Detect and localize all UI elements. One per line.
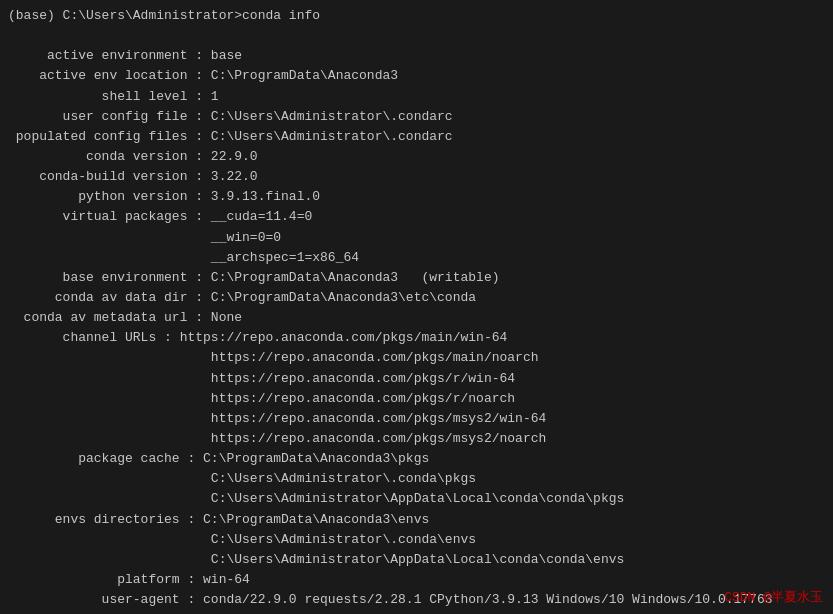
terminal-window: (base) C:\Users\Administrator>conda info… xyxy=(0,0,833,614)
terminal-line: package cache : C:\ProgramData\Anaconda3… xyxy=(8,449,825,469)
terminal-line: C:\Users\Administrator\AppData\Local\con… xyxy=(8,550,825,570)
terminal-line: platform : win-64 xyxy=(8,570,825,590)
terminal-line: conda av data dir : C:\ProgramData\Anaco… xyxy=(8,288,825,308)
terminal-line: populated config files : C:\Users\Admini… xyxy=(8,127,825,147)
terminal-line: https://repo.anaconda.com/pkgs/r/win-64 xyxy=(8,369,825,389)
terminal-line: shell level : 1 xyxy=(8,87,825,107)
terminal-line: __win=0=0 xyxy=(8,228,825,248)
terminal-line xyxy=(8,26,825,46)
terminal-line: user-agent : conda/22.9.0 requests/2.28.… xyxy=(8,590,825,610)
terminal-line: https://repo.anaconda.com/pkgs/r/noarch xyxy=(8,389,825,409)
terminal-line: base environment : C:\ProgramData\Anacon… xyxy=(8,268,825,288)
terminal-line: https://repo.anaconda.com/pkgs/main/noar… xyxy=(8,348,825,368)
terminal-line: active environment : base xyxy=(8,46,825,66)
terminal-line: C:\Users\Administrator\AppData\Local\con… xyxy=(8,489,825,509)
terminal-line: https://repo.anaconda.com/pkgs/msys2/win… xyxy=(8,409,825,429)
watermark: CSDN @半夏水玉 xyxy=(724,588,823,606)
terminal-line: channel URLs : https://repo.anaconda.com… xyxy=(8,328,825,348)
terminal-line: C:\Users\Administrator\.conda\pkgs xyxy=(8,469,825,489)
terminal-line: virtual packages : __cuda=11.4=0 xyxy=(8,207,825,227)
terminal-line: conda-build version : 3.22.0 xyxy=(8,167,825,187)
terminal-line: C:\Users\Administrator\.conda\envs xyxy=(8,530,825,550)
terminal-line: envs directories : C:\ProgramData\Anacon… xyxy=(8,510,825,530)
terminal-line: administrator : True xyxy=(8,610,825,614)
terminal-line: active env location : C:\ProgramData\Ana… xyxy=(8,66,825,86)
terminal-line: user config file : C:\Users\Administrato… xyxy=(8,107,825,127)
terminal-line: python version : 3.9.13.final.0 xyxy=(8,187,825,207)
terminal-line: conda av metadata url : None xyxy=(8,308,825,328)
terminal-line: conda version : 22.9.0 xyxy=(8,147,825,167)
terminal-line: https://repo.anaconda.com/pkgs/msys2/noa… xyxy=(8,429,825,449)
terminal-line: __archspec=1=x86_64 xyxy=(8,248,825,268)
terminal-line: (base) C:\Users\Administrator>conda info xyxy=(8,6,825,26)
